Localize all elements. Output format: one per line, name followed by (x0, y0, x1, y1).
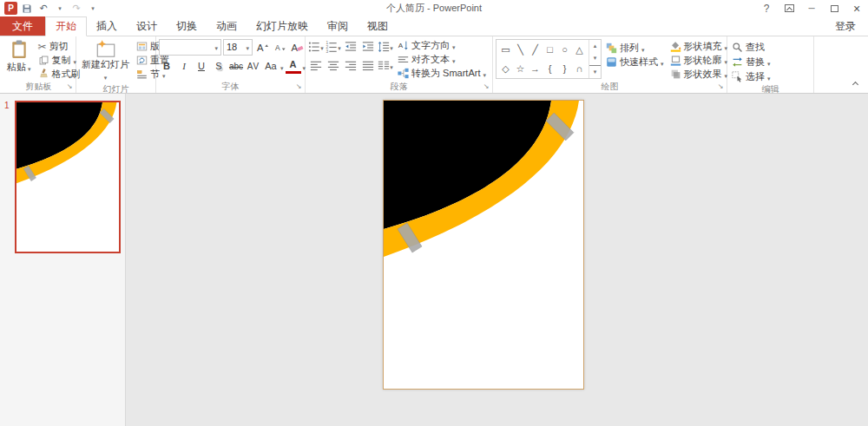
align-right-icon (345, 60, 357, 72)
customize-qat-button[interactable] (86, 1, 100, 16)
arrange-icon (606, 43, 617, 54)
tab-review[interactable]: 审阅 (318, 16, 358, 36)
bold-button[interactable]: B (159, 58, 174, 74)
shape-option[interactable]: □ (547, 44, 553, 55)
shapes-more-button[interactable] (589, 65, 601, 78)
numbering-button[interactable] (326, 39, 341, 55)
decrease-indent-icon (345, 41, 357, 53)
tab-slideshow[interactable]: 幻灯片放映 (247, 16, 318, 36)
close-button[interactable] (845, 0, 868, 16)
italic-button[interactable]: I (176, 58, 192, 74)
ribbon-tab-bar: 文件 开始 插入 设计 切换 动画 幻灯片放映 审阅 视图 登录 (0, 16, 868, 36)
tab-file[interactable]: 文件 (0, 16, 45, 36)
tab-view[interactable]: 视图 (358, 16, 398, 36)
font-size-combo[interactable]: 18 (223, 39, 253, 56)
shapes-scroll-down-button[interactable] (589, 52, 601, 64)
text-shadow-button[interactable]: S (211, 58, 227, 74)
slide-art (384, 101, 583, 389)
align-left-button[interactable] (308, 58, 324, 74)
maximize-button[interactable] (823, 0, 845, 16)
shape-option[interactable]: ▭ (501, 44, 510, 56)
text-direction-icon (398, 40, 409, 51)
new-slide-button[interactable]: 新建幻灯片 (79, 38, 132, 83)
text-direction-button[interactable]: 文字方向 (396, 39, 488, 52)
change-case-button[interactable]: Aa (263, 58, 279, 74)
strikethrough-button[interactable]: abc (228, 58, 244, 74)
shape-option[interactable]: ╱ (532, 44, 538, 56)
sign-in-button[interactable]: 登录 (823, 16, 868, 36)
tab-home[interactable]: 开始 (45, 16, 87, 36)
justify-button[interactable] (360, 58, 376, 74)
increase-indent-button[interactable] (360, 39, 376, 55)
tab-insert[interactable]: 插入 (87, 16, 127, 36)
bullets-button[interactable] (308, 39, 324, 55)
slide-thumbnail-1[interactable] (15, 101, 121, 253)
quick-styles-button[interactable]: 快速样式 (604, 56, 666, 69)
ribbon-display-options-button[interactable] (778, 0, 800, 16)
font-name-combo[interactable] (159, 39, 221, 56)
undo-dropdown[interactable] (53, 1, 67, 16)
convert-to-smartart-button[interactable]: 转换为 SmartArt (396, 67, 488, 80)
shapes-row-2: ◇☆→{}∩ (496, 59, 589, 78)
shape-option[interactable]: ◇ (502, 63, 509, 75)
increase-font-size-button[interactable] (254, 39, 270, 55)
paste-button[interactable]: 粘贴 (4, 38, 34, 75)
clipboard-dialog-launcher[interactable] (65, 82, 74, 91)
shape-option[interactable]: △ (575, 44, 582, 56)
decrease-indent-button[interactable] (343, 39, 358, 55)
find-button[interactable]: 查找 (730, 41, 773, 54)
shape-option[interactable]: ○ (562, 44, 568, 55)
align-center-icon (327, 60, 339, 72)
tab-animations[interactable]: 动画 (207, 16, 247, 36)
align-right-button[interactable] (343, 58, 358, 74)
font-color-button[interactable]: A (286, 58, 301, 74)
slide-thumbnail-panel: 1 (0, 94, 126, 426)
powerpoint-app-icon[interactable]: P (4, 2, 17, 15)
save-icon (22, 3, 32, 14)
line-spacing-icon (378, 41, 390, 53)
align-text-icon (398, 54, 409, 65)
paragraph-dialog-launcher[interactable] (482, 82, 490, 91)
character-spacing-button[interactable]: AV (246, 58, 261, 74)
save-button[interactable] (20, 1, 34, 16)
group-slides: 新建幻灯片 版式 重置 节 幻灯片 (76, 36, 156, 93)
format-painter-button[interactable]: 格式刷 (36, 68, 82, 81)
shape-option[interactable]: } (563, 63, 567, 74)
clear-formatting-button[interactable] (289, 39, 305, 55)
shape-fill-button[interactable]: 形状填充 (668, 40, 730, 53)
help-button[interactable] (755, 0, 778, 16)
align-center-button[interactable] (326, 58, 341, 74)
undo-button[interactable] (36, 1, 50, 16)
dropdown-caret-icon (320, 42, 324, 52)
new-slide-icon (95, 40, 117, 57)
shape-option[interactable]: ☆ (516, 63, 525, 75)
tab-transitions[interactable]: 切换 (167, 16, 207, 36)
shape-option[interactable]: ∩ (576, 63, 583, 74)
copy-button[interactable]: 复制 (36, 54, 82, 67)
drawing-dialog-launcher[interactable] (716, 82, 725, 91)
replace-button[interactable]: 替换 (730, 56, 773, 69)
shape-option[interactable]: { (549, 63, 552, 74)
shapes-scroll-up-button[interactable] (589, 40, 601, 52)
underline-button[interactable]: U (194, 58, 209, 74)
font-dialog-launcher[interactable] (294, 82, 303, 91)
collapse-ribbon-button[interactable] (849, 80, 861, 88)
slide-canvas[interactable] (383, 100, 584, 390)
shape-effects-button[interactable]: 形状效果 (668, 68, 730, 81)
cut-button[interactable]: 剪切 (36, 40, 82, 53)
redo-button[interactable] (69, 1, 83, 16)
format-painter-icon (38, 69, 49, 80)
shape-effects-label: 形状效果 (684, 68, 722, 81)
minimize-button[interactable] (800, 0, 823, 16)
arrange-button[interactable]: 排列 (604, 42, 666, 55)
dropdown-caret-icon (767, 57, 771, 68)
tab-design[interactable]: 设计 (127, 16, 167, 36)
line-spacing-button[interactable] (378, 39, 393, 55)
shape-option[interactable]: ╲ (517, 44, 523, 56)
shape-outline-button[interactable]: 形状轮廓 (668, 54, 730, 67)
align-text-button[interactable]: 对齐文本 (396, 53, 488, 66)
decrease-font-size-button[interactable] (272, 39, 287, 55)
select-button[interactable]: 选择 (730, 70, 773, 83)
shape-option[interactable]: → (530, 63, 540, 74)
columns-button[interactable] (378, 58, 393, 74)
